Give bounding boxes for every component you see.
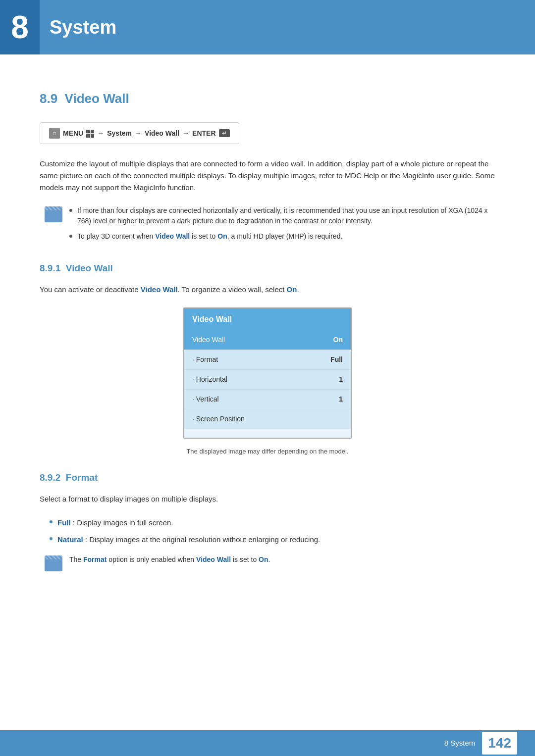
video-wall-label: Video Wall bbox=[145, 128, 179, 139]
format-bullet-list: Full : Display images in full screen. Na… bbox=[50, 517, 495, 546]
intro-text: Customize the layout of multiple display… bbox=[40, 158, 495, 194]
vw-menu-spacer bbox=[184, 429, 351, 438]
sub-section-2-title: Format bbox=[66, 472, 98, 483]
vw-menu-item-horizontal: · Horizontal 1 bbox=[184, 370, 351, 390]
format-note-box: The Format option is only enabled when V… bbox=[45, 554, 495, 571]
enter-label: ENTER bbox=[192, 128, 215, 139]
vw-item-value-2: 1 bbox=[339, 374, 343, 385]
main-content: 8.9 Video Wall □ MENU → System → Video W… bbox=[0, 54, 535, 620]
vw-menu-item-format: · Format Full bbox=[184, 350, 351, 370]
section-number: 8.9 bbox=[40, 91, 57, 106]
menu-icon: □ bbox=[49, 128, 60, 139]
note-icon bbox=[45, 206, 62, 222]
vw-item-label-4: · Screen Position bbox=[192, 414, 245, 424]
bullet-dot-1 bbox=[69, 209, 72, 212]
video-wall-menu: Video Wall Video Wall On · Format Full ·… bbox=[183, 307, 352, 439]
note-box: If more than four displays are connected… bbox=[45, 205, 495, 247]
vw-menu-item-vertical: · Vertical 1 bbox=[184, 390, 351, 409]
bullet-item-natural: Natural : Display images at the original… bbox=[50, 534, 495, 546]
sub-section-1-description: You can activate or deactivate Video Wal… bbox=[40, 284, 495, 296]
enter-icon bbox=[219, 129, 230, 137]
section-title: Video Wall bbox=[65, 91, 129, 106]
vw-item-label-3: · Vertical bbox=[192, 394, 219, 404]
arrow3: → bbox=[182, 128, 189, 139]
chapter-number-box: 8 bbox=[0, 0, 40, 54]
note-content: If more than four displays are connected… bbox=[69, 205, 495, 247]
vw-menu-item-screen-position: · Screen Position bbox=[184, 409, 351, 429]
vw-item-value-0: On bbox=[333, 335, 343, 345]
sub-section-1-number: 8.9.1 bbox=[40, 263, 60, 273]
chapter-number: 8 bbox=[11, 3, 29, 51]
system-label: System bbox=[107, 128, 132, 139]
section-heading: 8.9 Video Wall bbox=[40, 89, 495, 108]
vw-menu-item-video-wall: Video Wall On bbox=[184, 330, 351, 350]
vw-item-label-0: Video Wall bbox=[192, 335, 225, 345]
video-wall-menu-container: Video Wall Video Wall On · Format Full ·… bbox=[40, 307, 495, 439]
sub-section-2-description: Select a format to display images on mul… bbox=[40, 493, 495, 505]
note-bullet-2: To play 3D content when Video Wall is se… bbox=[69, 231, 495, 242]
vw-item-label-2: · Horizontal bbox=[192, 374, 227, 385]
bullet-text-natural: Natural : Display images at the original… bbox=[57, 534, 320, 546]
page-header: 8 System bbox=[0, 0, 535, 54]
note-text-1: If more than four displays are connected… bbox=[77, 205, 495, 226]
format-note-text: The Format option is only enabled when V… bbox=[69, 554, 270, 565]
menu-label: MENU bbox=[63, 128, 83, 139]
chapter-title: System bbox=[50, 13, 116, 42]
image-caption: The displayed image may differ depending… bbox=[40, 447, 495, 456]
sub-section-heading-1: 8.9.1 Video Wall bbox=[40, 261, 495, 276]
bullet-text-full: Full : Display images in full screen. bbox=[57, 517, 173, 529]
footer-label: 8 System bbox=[444, 738, 476, 749]
format-note-bullet: The Format option is only enabled when V… bbox=[69, 554, 495, 565]
note-text-2: To play 3D content when Video Wall is se… bbox=[77, 231, 342, 242]
sub-section-1-title: Video Wall bbox=[66, 263, 113, 273]
bullet-dot-natural bbox=[50, 537, 53, 540]
format-note-icon bbox=[45, 555, 62, 571]
menu-path: □ MENU → System → Video Wall → ENTER bbox=[40, 122, 239, 144]
note-bullet-1: If more than four displays are connected… bbox=[69, 205, 495, 226]
bullet-dot-2 bbox=[69, 235, 72, 238]
grid-icon bbox=[86, 128, 94, 139]
vw-item-value-3: 1 bbox=[339, 394, 343, 404]
sub-section-2-number: 8.9.2 bbox=[40, 472, 60, 483]
page-footer: 8 System 142 bbox=[0, 730, 535, 756]
arrow1: → bbox=[97, 128, 104, 139]
sub-section-heading-2: 8.9.2 Format bbox=[40, 471, 495, 485]
bullet-item-full: Full : Display images in full screen. bbox=[50, 517, 495, 529]
vw-menu-title: Video Wall bbox=[184, 308, 351, 330]
bullet-dot-full bbox=[50, 520, 53, 523]
vw-item-label-1: · Format bbox=[192, 354, 218, 365]
footer-page-number: 142 bbox=[482, 732, 517, 755]
format-note-content: The Format option is only enabled when V… bbox=[69, 554, 495, 570]
arrow2: → bbox=[135, 128, 142, 139]
vw-item-value-1: Full bbox=[330, 354, 343, 365]
